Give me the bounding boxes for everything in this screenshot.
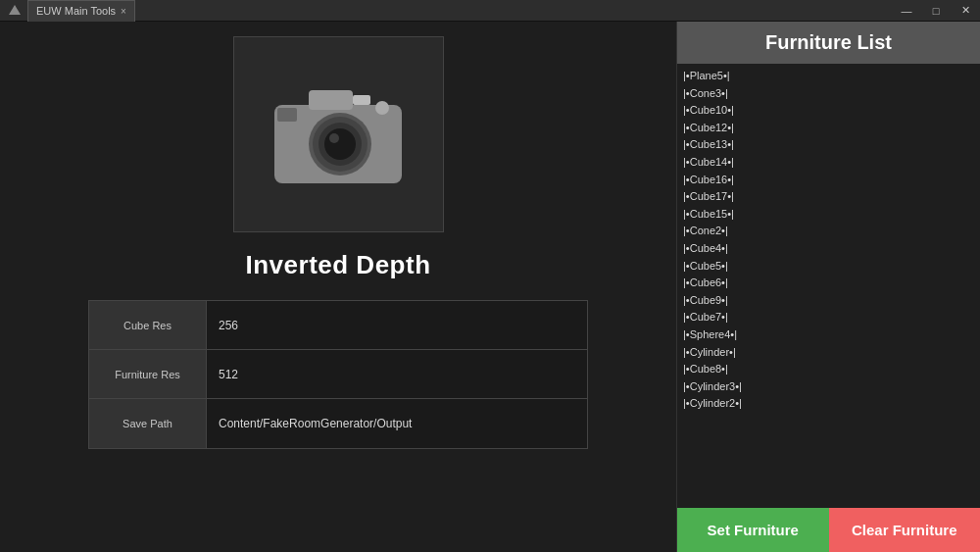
list-item[interactable]: |•Cube7•| — [683, 309, 974, 326]
cube-res-value — [207, 301, 587, 349]
title-bar: EUW Main Tools × — □ ✕ — [0, 0, 980, 22]
svg-point-7 — [324, 128, 356, 160]
app-icon — [8, 4, 22, 18]
save-path-row: Save Path — [89, 399, 587, 448]
furniture-list-header: Furniture List — [677, 22, 980, 64]
list-item[interactable]: |•Cone3•| — [683, 85, 974, 103]
list-item[interactable]: |•Cube12•| — [683, 120, 974, 137]
save-path-value — [207, 399, 587, 448]
left-panel: Inverted Depth Cube Res Furniture Res Sa… — [0, 22, 676, 552]
svg-rect-10 — [353, 95, 370, 105]
list-item[interactable]: |•Plane5•| — [683, 68, 974, 85]
furniture-list[interactable]: |•Plane5•||•Cone3•||•Cube10•||•Cube12•||… — [677, 64, 980, 508]
list-item[interactable]: |•Cube10•| — [683, 102, 974, 120]
list-item[interactable]: |•Cube6•| — [683, 275, 974, 292]
main-tab[interactable]: EUW Main Tools × — [27, 0, 135, 22]
cube-res-row: Cube Res — [89, 301, 587, 350]
list-item[interactable]: |•Cone2•| — [683, 223, 974, 240]
list-item[interactable]: |•Cube4•| — [683, 240, 974, 258]
svg-marker-0 — [9, 5, 21, 15]
right-panel: Furniture List |•Plane5•||•Cone3•||•Cube… — [676, 22, 980, 552]
furniture-res-input[interactable] — [219, 368, 575, 381]
list-item[interactable]: |•Cube8•| — [683, 361, 974, 378]
svg-point-9 — [375, 101, 389, 115]
save-path-label: Save Path — [89, 399, 207, 448]
furniture-res-value — [207, 350, 587, 398]
cube-res-label: Cube Res — [89, 301, 207, 349]
cube-res-input[interactable] — [219, 319, 575, 332]
settings-table: Cube Res Furniture Res Save Path — [88, 300, 588, 449]
set-furniture-button[interactable]: Set Furniture — [677, 508, 829, 552]
clear-furniture-button[interactable]: Clear Furniture — [829, 508, 981, 552]
maximize-btn[interactable]: □ — [921, 0, 951, 22]
depth-title: Inverted Depth — [245, 250, 430, 280]
list-item[interactable]: |•Cube5•| — [683, 258, 974, 276]
save-path-input[interactable] — [219, 417, 575, 430]
list-item[interactable]: |•Cube13•| — [683, 136, 974, 154]
list-item[interactable]: |•Cube14•| — [683, 154, 974, 172]
svg-rect-3 — [277, 108, 297, 122]
svg-rect-2 — [309, 90, 353, 110]
list-item[interactable]: |•Sphere4•| — [683, 326, 974, 344]
list-item[interactable]: |•Cube9•| — [683, 292, 974, 310]
list-item[interactable]: |•Cube16•| — [683, 172, 974, 189]
furniture-res-label: Furniture Res — [89, 350, 207, 398]
furniture-res-row: Furniture Res — [89, 350, 587, 399]
tab-label: EUW Main Tools — [36, 5, 116, 17]
svg-point-8 — [329, 133, 339, 143]
list-item[interactable]: |•Cube17•| — [683, 188, 974, 206]
close-btn[interactable]: ✕ — [951, 0, 980, 22]
minimize-btn[interactable]: — — [892, 0, 921, 22]
title-bar-left: EUW Main Tools × — [8, 0, 135, 22]
camera-illustration — [260, 71, 416, 198]
close-tab-btn[interactable]: × — [121, 6, 126, 17]
window-controls: — □ ✕ — [892, 0, 980, 22]
list-item[interactable]: |•Cylinder2•| — [683, 395, 974, 413]
list-item[interactable]: |•Cube15•| — [683, 206, 974, 224]
list-item[interactable]: |•Cylinder3•| — [683, 378, 974, 396]
list-item[interactable]: |•Cylinder•| — [683, 344, 974, 362]
furniture-buttons: Set Furniture Clear Furniture — [677, 508, 980, 552]
main-content: Inverted Depth Cube Res Furniture Res Sa… — [0, 22, 980, 552]
camera-preview — [233, 36, 444, 232]
